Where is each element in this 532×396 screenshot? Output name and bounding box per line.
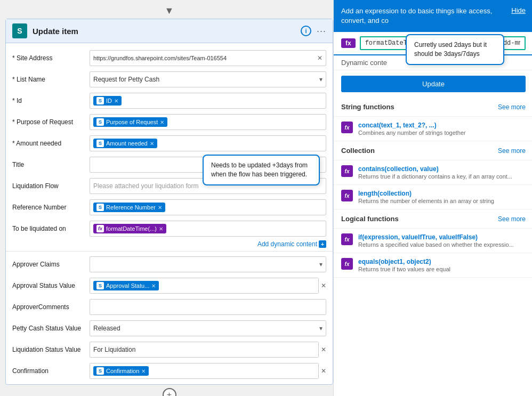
panel-scrollable: String functions See more fx concat(text… — [334, 98, 532, 396]
purpose-token-close[interactable]: ✕ — [160, 119, 164, 125]
length-icon: fx — [341, 190, 353, 201]
logical-functions-title: Logical functions — [341, 215, 399, 223]
panel-header-top: Add an expression to do basic things lik… — [341, 6, 526, 26]
confirmation-row: Confirmation S Confirmation ✕ — [6, 360, 333, 382]
contains-desc: Returns true if a dictionary contains a … — [358, 173, 526, 180]
confirmation-token-close[interactable]: ✕ — [141, 368, 146, 374]
liquidation-status-clear[interactable]: ✕ — [321, 346, 326, 353]
approver-claims-control: ▾ — [90, 256, 326, 272]
confirmation-input[interactable]: S Confirmation ✕ — [90, 363, 319, 379]
id-token-close[interactable]: ✕ — [114, 98, 118, 104]
hide-button[interactable]: Hide — [511, 6, 526, 14]
reference-number-input[interactable]: S Reference Number ✕ — [90, 199, 326, 215]
amount-label: * Amount needed — [12, 140, 90, 147]
site-address-clear[interactable]: ✕ — [317, 54, 323, 62]
if-desc: Returns a specified value based on wheth… — [358, 241, 526, 248]
length-name: length(collection) — [358, 190, 526, 197]
contains-info: contains(collection, value) Returns true… — [358, 165, 526, 180]
collection-section-header: Collection See more — [334, 141, 532, 160]
concat-icon: fx — [341, 122, 353, 133]
id-input[interactable]: S ID ✕ — [90, 93, 326, 109]
petty-cash-status-control: Released ▾ — [90, 320, 326, 336]
more-options-icon[interactable]: ··· — [317, 26, 326, 37]
title-label: Title — [12, 161, 90, 168]
function-item-concat[interactable]: fx concat(text_1, text_2?, ...) Combines… — [334, 117, 532, 141]
liquidated-on-input[interactable]: fx formatDateTime(...) ✕ — [90, 221, 326, 237]
approval-status-clear[interactable]: ✕ — [321, 282, 326, 289]
card-title: Update item — [33, 27, 295, 36]
string-functions-see-more[interactable]: See more — [498, 103, 526, 111]
id-row: * Id S ID ✕ — [6, 90, 333, 111]
approval-status-input[interactable]: S Approval Statu... ✕ — [90, 278, 319, 294]
card-header-icons: i ··· — [301, 26, 326, 37]
approval-status-token-close[interactable]: ✕ — [151, 283, 156, 289]
amount-control: S Amount needed ✕ — [90, 135, 326, 151]
approval-status-control: S Approval Statu... ✕ ✕ — [90, 278, 326, 294]
equals-icon: fx — [341, 258, 353, 270]
amount-token-close[interactable]: ✕ — [150, 141, 154, 147]
confirmation-label: Confirmation — [12, 367, 90, 375]
if-name: if(expression, valueIfTrue, valueIfFalse… — [358, 233, 526, 241]
if-icon: fx — [341, 233, 353, 245]
approver-comments-control — [90, 299, 326, 315]
petty-cash-status-dropdown[interactable]: Released ▾ — [90, 320, 326, 336]
top-connector: ▼ — [5, 5, 333, 17]
approver-comments-input[interactable] — [90, 299, 326, 315]
petty-cash-chevron: ▾ — [319, 325, 323, 332]
equals-desc: Returns true if two values are equal — [358, 266, 526, 272]
tooltip-currently-used: Curretly used 2days but it should be 3da… — [406, 34, 504, 65]
liquidation-status-label: Liquidation Status Value — [12, 346, 90, 353]
amount-token-icon: S — [96, 140, 104, 147]
add-dynamic-content-link[interactable]: Add dynamic content + — [257, 240, 326, 248]
liquidation-status-row: Liquidation Status Value For Liquidation… — [6, 339, 333, 360]
add-dynamic-row: Add dynamic content + — [6, 239, 333, 249]
list-name-dropdown[interactable]: Request for Petty Cash ▾ — [90, 71, 326, 87]
function-item-contains[interactable]: fx contains(collection, value) Returns t… — [334, 160, 532, 185]
function-item-length[interactable]: fx length(collection) Returns the number… — [334, 185, 532, 209]
list-name-chevron: ▾ — [319, 76, 323, 83]
function-item-equals[interactable]: fx equals(object1, object2) Returns true… — [334, 253, 532, 278]
liquidated-on-control: fx formatDateTime(...) ✕ — [90, 221, 326, 237]
list-name-label: * List Name — [12, 76, 90, 83]
confirmation-clear[interactable]: ✕ — [321, 367, 326, 375]
card-header: S Update item i ··· — [6, 19, 333, 43]
collection-see-more[interactable]: See more — [498, 147, 526, 155]
id-token: S ID ✕ — [93, 96, 122, 106]
purpose-label: * Purpose of Request — [12, 118, 90, 126]
add-step-button[interactable]: + — [163, 388, 176, 396]
amount-input[interactable]: S Amount needed ✕ — [90, 135, 326, 151]
id-label: * Id — [12, 97, 90, 104]
fx-token-close[interactable]: ✕ — [159, 226, 163, 232]
concat-info: concat(text_1, text_2?, ...) Combines an… — [358, 122, 526, 136]
contains-icon: fx — [341, 165, 353, 177]
liquidation-status-control: For Liquidation ✕ — [90, 342, 326, 358]
approver-claims-label: Approver Claims — [12, 261, 90, 268]
bottom-connector: + — [5, 385, 333, 396]
info-icon[interactable]: i — [301, 26, 311, 36]
site-address-input[interactable]: https://grundfos.sharepoint.com/sites/Te… — [90, 50, 326, 66]
approval-status-row: Approval Status Value S Approval Statu..… — [6, 275, 333, 296]
function-item-if[interactable]: fx if(expression, valueIfTrue, valueIfFa… — [334, 229, 532, 253]
liquidation-status-input[interactable]: For Liquidation — [90, 342, 319, 358]
concat-name: concat(text_1, text_2?, ...) — [358, 122, 526, 129]
reference-token-close[interactable]: ✕ — [158, 205, 162, 211]
liquidation-flow-label: Liquidation Flow — [12, 182, 90, 190]
purpose-input[interactable]: S Purpose of Request ✕ — [90, 114, 326, 130]
approver-comments-label: ApproverComments — [12, 303, 90, 311]
fx-expression-badge: fx — [341, 38, 356, 48]
logical-functions-see-more[interactable]: See more — [498, 215, 526, 223]
if-info: if(expression, valueIfTrue, valueIfFalse… — [358, 233, 526, 248]
add-dynamic-plus: + — [319, 240, 326, 248]
site-address-control: https://grundfos.sharepoint.com/sites/Te… — [90, 50, 326, 66]
purpose-row: * Purpose of Request S Purpose of Reques… — [6, 111, 333, 133]
list-name-row: * List Name Request for Petty Cash ▾ — [6, 69, 333, 90]
string-functions-section-header: String functions See more — [334, 98, 532, 117]
site-address-label: * Site Address — [12, 54, 90, 62]
approval-status-token: S Approval Statu... ✕ — [93, 281, 159, 290]
card-body: * Site Address https://grundfos.sharepoi… — [6, 43, 333, 384]
update-button[interactable]: Update — [341, 76, 526, 92]
purpose-token-icon: S — [96, 118, 104, 126]
approver-claims-dropdown[interactable]: ▾ — [90, 256, 326, 272]
divider1 — [6, 251, 333, 252]
concat-desc: Combines any number of strings together — [358, 130, 526, 136]
